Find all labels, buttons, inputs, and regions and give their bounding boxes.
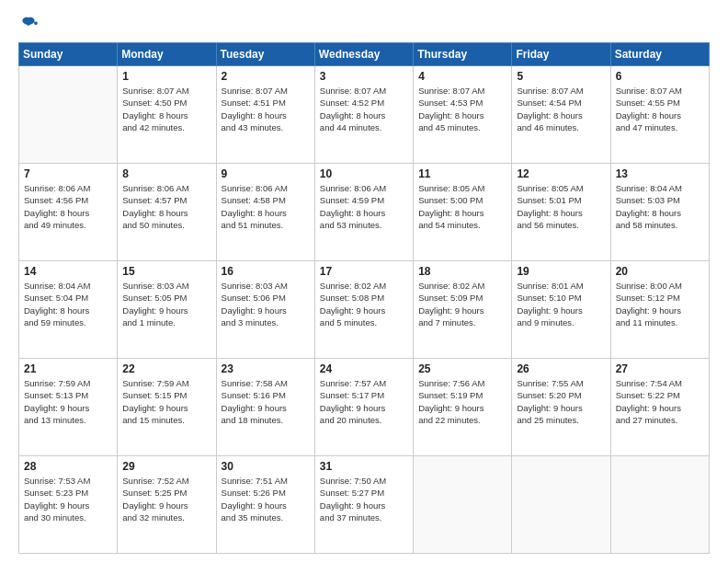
day-number: 20 (616, 265, 704, 278)
calendar-cell: 17Sunrise: 8:02 AMSunset: 5:08 PMDayligh… (314, 261, 413, 359)
weekday-header: Monday (118, 43, 216, 66)
day-number: 13 (616, 167, 704, 180)
day-number: 26 (517, 362, 605, 375)
day-info: Sunrise: 7:53 AMSunset: 5:23 PMDaylight:… (24, 475, 112, 523)
day-info: Sunrise: 8:07 AMSunset: 4:55 PMDaylight:… (616, 85, 704, 133)
day-info: Sunrise: 8:07 AMSunset: 4:53 PMDaylight:… (418, 85, 506, 133)
day-info: Sunrise: 8:02 AMSunset: 5:08 PMDaylight:… (320, 280, 408, 328)
calendar-header-row: SundayMondayTuesdayWednesdayThursdayFrid… (19, 43, 710, 66)
day-number: 3 (320, 70, 408, 83)
day-number: 31 (320, 460, 408, 473)
day-number: 16 (222, 265, 310, 278)
calendar-cell (414, 456, 512, 554)
day-info: Sunrise: 7:58 AMSunset: 5:16 PMDaylight:… (222, 377, 310, 426)
day-number: 30 (222, 460, 310, 473)
calendar-cell: 13Sunrise: 8:04 AMSunset: 5:03 PMDayligh… (610, 164, 709, 261)
calendar-cell: 20Sunrise: 8:00 AMSunset: 5:12 PMDayligh… (610, 261, 709, 359)
calendar-cell: 18Sunrise: 8:02 AMSunset: 5:09 PMDayligh… (414, 261, 512, 359)
calendar-cell: 25Sunrise: 7:56 AMSunset: 5:19 PMDayligh… (414, 359, 512, 456)
calendar-cell: 10Sunrise: 8:06 AMSunset: 4:59 PMDayligh… (314, 164, 413, 261)
day-info: Sunrise: 8:07 AMSunset: 4:50 PMDaylight:… (122, 85, 210, 133)
day-info: Sunrise: 7:51 AMSunset: 5:26 PMDaylight:… (222, 475, 310, 523)
weekday-header: Wednesday (314, 43, 413, 66)
calendar-cell: 29Sunrise: 7:52 AMSunset: 5:25 PMDayligh… (118, 456, 216, 554)
day-info: Sunrise: 8:06 AMSunset: 4:58 PMDaylight:… (222, 182, 310, 231)
calendar-cell: 22Sunrise: 7:59 AMSunset: 5:15 PMDayligh… (118, 359, 216, 456)
day-number: 5 (517, 70, 605, 83)
day-info: Sunrise: 7:59 AMSunset: 5:15 PMDaylight:… (122, 377, 210, 426)
calendar-cell: 7Sunrise: 8:06 AMSunset: 4:56 PMDaylight… (19, 164, 118, 261)
day-number: 18 (418, 265, 506, 278)
weekday-header: Saturday (610, 43, 709, 66)
day-info: Sunrise: 7:59 AMSunset: 5:13 PMDaylight:… (24, 377, 112, 426)
day-number: 27 (616, 362, 704, 375)
calendar-cell (610, 456, 709, 554)
day-number: 8 (122, 167, 210, 180)
day-number: 14 (24, 265, 112, 278)
day-number: 6 (616, 70, 704, 83)
day-info: Sunrise: 8:07 AMSunset: 4:51 PMDaylight:… (222, 85, 310, 133)
day-number: 19 (517, 265, 605, 278)
calendar-week-row: 21Sunrise: 7:59 AMSunset: 5:13 PMDayligh… (19, 359, 710, 456)
calendar-cell: 30Sunrise: 7:51 AMSunset: 5:26 PMDayligh… (216, 456, 314, 554)
day-number: 1 (122, 70, 210, 83)
day-info: Sunrise: 8:05 AMSunset: 5:00 PMDaylight:… (418, 182, 506, 231)
day-number: 2 (222, 70, 310, 83)
day-info: Sunrise: 7:55 AMSunset: 5:20 PMDaylight:… (517, 377, 605, 426)
day-info: Sunrise: 7:52 AMSunset: 5:25 PMDaylight:… (122, 475, 210, 523)
day-number: 29 (122, 460, 210, 473)
calendar-cell: 4Sunrise: 8:07 AMSunset: 4:53 PMDaylight… (414, 66, 512, 164)
calendar-cell: 28Sunrise: 7:53 AMSunset: 5:23 PMDayligh… (19, 456, 118, 554)
day-number: 22 (122, 362, 210, 375)
day-info: Sunrise: 7:54 AMSunset: 5:22 PMDaylight:… (616, 377, 704, 426)
calendar-week-row: 28Sunrise: 7:53 AMSunset: 5:23 PMDayligh… (19, 456, 710, 554)
calendar-cell: 1Sunrise: 8:07 AMSunset: 4:50 PMDaylight… (118, 66, 216, 164)
day-info: Sunrise: 8:03 AMSunset: 5:06 PMDaylight:… (222, 280, 310, 328)
calendar-cell: 31Sunrise: 7:50 AMSunset: 5:27 PMDayligh… (314, 456, 413, 554)
calendar-week-row: 7Sunrise: 8:06 AMSunset: 4:56 PMDaylight… (19, 164, 710, 261)
calendar-week-row: 14Sunrise: 8:04 AMSunset: 5:04 PMDayligh… (19, 261, 710, 359)
day-info: Sunrise: 8:03 AMSunset: 5:05 PMDaylight:… (122, 280, 210, 328)
calendar-cell: 8Sunrise: 8:06 AMSunset: 4:57 PMDaylight… (118, 164, 216, 261)
day-number: 7 (24, 167, 112, 180)
day-info: Sunrise: 8:06 AMSunset: 4:57 PMDaylight:… (122, 182, 210, 231)
day-info: Sunrise: 7:57 AMSunset: 5:17 PMDaylight:… (320, 377, 408, 426)
calendar-cell: 5Sunrise: 8:07 AMSunset: 4:54 PMDaylight… (512, 66, 610, 164)
day-number: 9 (222, 167, 310, 180)
day-number: 25 (418, 362, 506, 375)
page: SundayMondayTuesdayWednesdayThursdayFrid… (0, 0, 728, 563)
day-number: 11 (418, 167, 506, 180)
day-number: 28 (24, 460, 112, 473)
day-number: 17 (320, 265, 408, 278)
day-number: 4 (418, 70, 506, 83)
calendar-week-row: 1Sunrise: 8:07 AMSunset: 4:50 PMDaylight… (19, 66, 710, 164)
day-info: Sunrise: 8:06 AMSunset: 4:59 PMDaylight:… (320, 182, 408, 231)
calendar-cell: 11Sunrise: 8:05 AMSunset: 5:00 PMDayligh… (414, 164, 512, 261)
calendar-cell: 23Sunrise: 7:58 AMSunset: 5:16 PMDayligh… (216, 359, 314, 456)
weekday-header: Friday (512, 43, 610, 66)
day-number: 12 (517, 167, 605, 180)
day-info: Sunrise: 8:00 AMSunset: 5:12 PMDaylight:… (616, 280, 704, 328)
calendar-cell: 14Sunrise: 8:04 AMSunset: 5:04 PMDayligh… (19, 261, 118, 359)
logo-bird-icon (18, 15, 39, 35)
calendar-cell: 12Sunrise: 8:05 AMSunset: 5:01 PMDayligh… (512, 164, 610, 261)
weekday-header: Tuesday (216, 43, 314, 66)
day-info: Sunrise: 8:05 AMSunset: 5:01 PMDaylight:… (517, 182, 605, 231)
day-info: Sunrise: 8:07 AMSunset: 4:54 PMDaylight:… (517, 85, 605, 133)
day-info: Sunrise: 8:04 AMSunset: 5:03 PMDaylight:… (616, 182, 704, 231)
day-number: 23 (222, 362, 310, 375)
calendar-cell: 16Sunrise: 8:03 AMSunset: 5:06 PMDayligh… (216, 261, 314, 359)
weekday-header: Sunday (19, 43, 118, 66)
day-info: Sunrise: 8:01 AMSunset: 5:10 PMDaylight:… (517, 280, 605, 328)
calendar-cell: 24Sunrise: 7:57 AMSunset: 5:17 PMDayligh… (314, 359, 413, 456)
calendar-cell (512, 456, 610, 554)
day-number: 10 (320, 167, 408, 180)
calendar-cell: 6Sunrise: 8:07 AMSunset: 4:55 PMDaylight… (610, 66, 709, 164)
calendar-cell: 21Sunrise: 7:59 AMSunset: 5:13 PMDayligh… (19, 359, 118, 456)
day-info: Sunrise: 8:06 AMSunset: 4:56 PMDaylight:… (24, 182, 112, 231)
calendar-cell: 26Sunrise: 7:55 AMSunset: 5:20 PMDayligh… (512, 359, 610, 456)
day-info: Sunrise: 7:56 AMSunset: 5:19 PMDaylight:… (418, 377, 506, 426)
day-info: Sunrise: 8:07 AMSunset: 4:52 PMDaylight:… (320, 85, 408, 133)
logo (18, 15, 42, 35)
calendar-table: SundayMondayTuesdayWednesdayThursdayFrid… (18, 42, 710, 554)
